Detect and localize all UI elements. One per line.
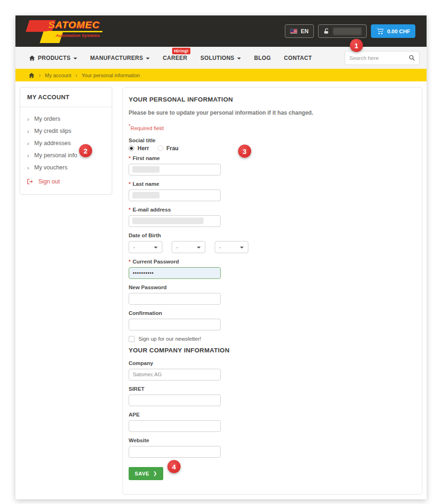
account-button[interactable] [318, 24, 367, 38]
nav-item-contact[interactable]: CONTACT [277, 55, 319, 61]
sidebar-item-label: My personal info [34, 152, 77, 159]
annotation-marker-1: 1 [350, 39, 363, 52]
newsletter-option[interactable]: Sign up for our newsletter! [129, 336, 416, 342]
annotation-marker-2: 2 [79, 144, 92, 157]
website-field: Website [129, 438, 416, 458]
sidebar-item-my-addresses[interactable]: › My addresses [20, 137, 112, 149]
confirmation-field: Confirmation [129, 310, 416, 330]
chevron-right-icon: › [27, 116, 29, 122]
annotation-marker-4: 4 [167, 460, 181, 473]
radio-selected-icon[interactable] [129, 146, 134, 151]
first-name-input[interactable] [129, 164, 221, 175]
website-label: Website [129, 438, 149, 443]
ape-field: APE [129, 412, 416, 432]
sign-out-label: Sign out [38, 178, 60, 185]
cart-button[interactable]: 0.00 CHF [371, 24, 415, 38]
sidebar-item-label: My orders [34, 116, 60, 122]
chevron-right-icon: › [27, 128, 29, 134]
home-icon[interactable] [29, 73, 35, 78]
us-flag-icon [290, 29, 297, 34]
siret-input[interactable] [129, 394, 221, 406]
company-section-title: YOUR COMPANY INFORMATION [129, 347, 416, 354]
ape-input[interactable] [129, 420, 221, 432]
breadcrumb-separator: › [39, 72, 41, 79]
breadcrumb-current-page: Your personal information [81, 73, 140, 78]
chevron-right-icon: › [27, 165, 29, 171]
new-password-field: New Password [129, 285, 416, 305]
newsletter-checkbox[interactable] [129, 336, 135, 342]
confirmation-input[interactable] [129, 319, 221, 330]
search-box [345, 51, 420, 65]
radio-herr[interactable]: Herr [129, 145, 149, 152]
language-button[interactable]: EN [285, 24, 314, 38]
nav-label: BLOG [254, 55, 271, 61]
breadcrumb-my-account[interactable]: My account [45, 73, 71, 78]
account-sidebar: MY ACCOUNT › My orders › My credit slips… [20, 87, 112, 195]
nav-item-solutions[interactable]: SOLUTIONS [194, 55, 247, 61]
logo-tagline: Automation Systems [56, 33, 100, 38]
sidebar-item-my-vouchers[interactable]: › My vouchers [20, 161, 112, 174]
sidebar-item-my-orders[interactable]: › My orders [20, 113, 112, 125]
chevron-right-icon: › [27, 140, 29, 146]
sign-out-link[interactable]: Sign out [20, 175, 112, 188]
hiring-badge: Hiring! [172, 48, 190, 54]
dob-field: Date of Birth - - - [129, 233, 416, 253]
top-header: SATOMEC Automation Systems EN [15, 15, 427, 47]
header-actions: EN [285, 24, 415, 38]
sign-out-icon [27, 179, 33, 184]
sidebar-item-my-credit-slips[interactable]: › My credit slips [20, 125, 112, 137]
current-password-input[interactable] [129, 267, 221, 279]
nav-label: SOLUTIONS [200, 55, 234, 61]
sidebar-list: › My orders › My credit slips › My addre… [20, 107, 112, 194]
cart-total: 0.00 CHF [387, 29, 410, 34]
caret-down-icon [146, 58, 150, 59]
radio-unselected-icon[interactable] [158, 146, 163, 151]
required-star: * [129, 207, 130, 212]
dob-label: Date of Birth [129, 233, 161, 238]
search-icon[interactable] [409, 55, 415, 61]
main-nav: PRODUCTS MANUFACTURERS Hiring! CAREER SO… [15, 47, 427, 69]
company-field: Company [129, 360, 416, 380]
nav-item-products[interactable]: PRODUCTS [22, 55, 84, 61]
sidebar-item-my-personal-info[interactable]: › My personal info [20, 149, 112, 161]
nav-item-blog[interactable]: BLOG [247, 55, 277, 61]
email-field: *E-mail address [129, 207, 416, 227]
last-name-field: *Last name [129, 181, 416, 201]
first-name-label: First name [132, 155, 159, 161]
dob-year-select[interactable]: - [215, 241, 248, 253]
sidebar-title: MY ACCOUNT [20, 88, 112, 107]
required-star: * [129, 259, 130, 264]
nav-item-manufacturers[interactable]: MANUFACTURERS [84, 55, 156, 61]
personal-info-panel: YOUR PERSONAL INFORMATION Please be sure… [123, 87, 422, 495]
current-password-label: Current Password [132, 259, 179, 264]
confirmation-label: Confirmation [129, 310, 162, 316]
new-password-input[interactable] [129, 293, 221, 305]
email-input[interactable] [129, 215, 221, 227]
chevron-right-icon: ❯ [153, 471, 157, 476]
website-input[interactable] [129, 446, 221, 458]
siret-label: SIRET [129, 386, 145, 392]
nav-item-career[interactable]: Hiring! CAREER [156, 55, 194, 61]
new-password-label: New Password [129, 285, 167, 290]
dob-month-select[interactable]: - [172, 241, 205, 253]
save-button[interactable]: SAVE ❯ [129, 467, 163, 480]
company-label: Company [129, 360, 153, 366]
viewport: SATOMEC Automation Systems EN [0, 0, 442, 504]
search-input[interactable] [349, 55, 409, 61]
radio-frau[interactable]: Frau [158, 145, 179, 152]
last-name-input[interactable] [129, 190, 221, 201]
logo[interactable]: SATOMEC Automation Systems [27, 18, 111, 44]
email-label: E-mail address [132, 207, 171, 212]
social-title-label: Social title [129, 138, 416, 143]
sidebar-item-label: My credit slips [34, 128, 71, 134]
company-input[interactable] [129, 369, 221, 380]
required-field-note: *Required field [129, 124, 416, 131]
caret-down-icon [154, 247, 158, 248]
caret-down-icon [240, 247, 244, 248]
dob-day-select[interactable]: - [129, 241, 162, 253]
caret-down-icon [237, 58, 241, 59]
social-title-options: Herr Frau [129, 145, 416, 152]
unlock-icon [323, 28, 330, 35]
ape-label: APE [129, 412, 140, 417]
nav-label: MANUFACTURERS [90, 55, 143, 61]
